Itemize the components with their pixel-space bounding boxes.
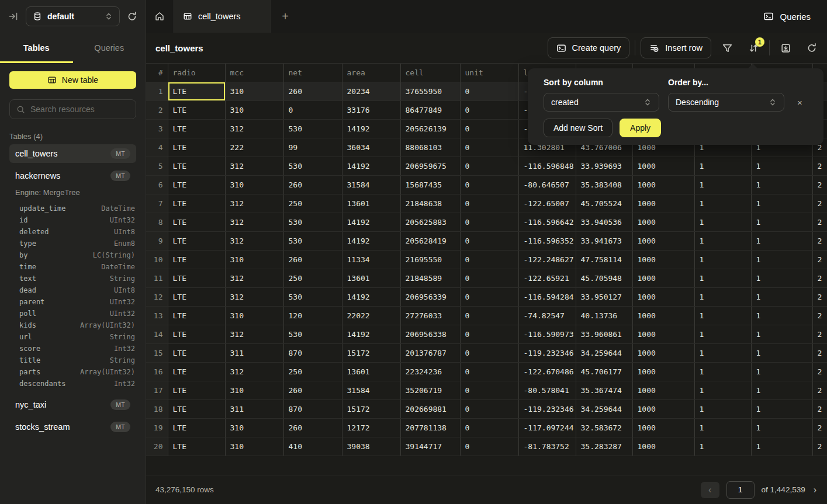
sidebar-item-hackernews[interactable]: hackernews MT	[9, 166, 136, 185]
grid-cell[interactable]: 1	[751, 269, 812, 287]
grid-cell[interactable]: 205625883	[400, 213, 460, 231]
grid-cell[interactable]: 14192	[342, 213, 400, 231]
search-input[interactable]	[30, 105, 129, 114]
grid-cell[interactable]: 2	[812, 306, 827, 325]
grid-cell[interactable]: 0	[460, 213, 518, 231]
grid-cell[interactable]: 312	[225, 194, 283, 213]
grid-cell[interactable]: 1	[751, 362, 812, 381]
grid-cell[interactable]: 312	[225, 325, 283, 343]
grid-cell[interactable]: 312	[225, 269, 283, 287]
sort-column-select[interactable]: created	[544, 93, 659, 112]
sort-order-select[interactable]: Descending	[668, 93, 784, 112]
new-table-button[interactable]: New table	[9, 71, 136, 89]
grid-cell[interactable]: 32.583672	[576, 418, 632, 437]
grid-cell[interactable]: 14192	[342, 287, 400, 306]
grid-cell[interactable]: 1	[694, 269, 751, 287]
grid-cell[interactable]: 15687435	[400, 175, 460, 194]
grid-cell[interactable]: 2	[812, 287, 827, 306]
grid-cell[interactable]: 33.941673	[576, 231, 632, 250]
grid-cell[interactable]: 0	[460, 194, 518, 213]
sidebar-tab-queries[interactable]: Queries	[73, 33, 146, 63]
grid-cell[interactable]: 530	[283, 231, 342, 250]
grid-cell[interactable]: LTE	[168, 119, 225, 138]
grid-cell[interactable]: -122.65007	[518, 194, 576, 213]
grid-cell[interactable]: 1000	[632, 213, 694, 231]
grid-cell[interactable]: 310	[225, 175, 283, 194]
grid-cell[interactable]: 13601	[342, 362, 400, 381]
grid-cell[interactable]: 312	[225, 362, 283, 381]
create-query-button[interactable]: Create query	[548, 37, 630, 58]
grid-cell[interactable]: 310	[225, 418, 283, 437]
grid-cell[interactable]: 1000	[632, 343, 694, 362]
grid-cell[interactable]: 40.13736	[576, 306, 632, 325]
queries-button[interactable]: Queries	[763, 11, 811, 22]
grid-cell[interactable]: 45.705524	[576, 194, 632, 213]
grid-cell[interactable]: 870	[283, 343, 342, 362]
grid-cell[interactable]: 0	[460, 231, 518, 250]
grid-cell[interactable]: 1	[694, 437, 751, 456]
grid-cell[interactable]: 205626139	[400, 119, 460, 138]
grid-cell[interactable]: -80.646507	[518, 175, 576, 194]
grid-cell[interactable]: 45.706177	[576, 362, 632, 381]
grid-cell[interactable]: 1	[694, 213, 751, 231]
grid-cell[interactable]: 207781138	[400, 418, 460, 437]
grid-cell[interactable]: -116.590973	[518, 325, 576, 343]
grid-cell[interactable]: 312	[225, 157, 283, 175]
grid-cell[interactable]: 1	[694, 175, 751, 194]
sort-button[interactable]: 1	[743, 37, 764, 58]
grid-cell[interactable]: 311	[225, 343, 283, 362]
apply-sort-button[interactable]: Apply	[620, 119, 661, 137]
grid-cell[interactable]: 14192	[342, 325, 400, 343]
grid-cell[interactable]: 1	[751, 437, 812, 456]
new-tab-button[interactable]: +	[271, 0, 300, 33]
grid-cell[interactable]: 1	[694, 157, 751, 175]
grid-cell[interactable]: 1000	[632, 269, 694, 287]
sidebar-item-nyc-taxi[interactable]: nyc_taxi MT	[9, 395, 136, 414]
grid-cell[interactable]: 33.939693	[576, 157, 632, 175]
grid-cell[interactable]: 120	[283, 306, 342, 325]
grid-cell[interactable]: 0	[460, 82, 518, 100]
grid-cell[interactable]: 1	[751, 306, 812, 325]
grid-cell[interactable]: 1	[694, 381, 751, 399]
grid-cell[interactable]: -119.232346	[518, 343, 576, 362]
grid-cell[interactable]: 2	[812, 250, 827, 269]
grid-cell[interactable]: 35.283287	[576, 437, 632, 456]
grid-cell[interactable]: LTE	[168, 343, 225, 362]
grid-cell[interactable]: 1000	[632, 437, 694, 456]
grid-cell[interactable]: 312	[225, 287, 283, 306]
grid-cell[interactable]: -74.82547	[518, 306, 576, 325]
grid-cell[interactable]: 1	[751, 157, 812, 175]
grid-cell[interactable]: 0	[460, 325, 518, 343]
grid-cell[interactable]: LTE	[168, 399, 225, 418]
grid-cell[interactable]: 14192	[342, 157, 400, 175]
grid-cell[interactable]: LTE	[168, 362, 225, 381]
sidebar-item-cell-towers[interactable]: cell_towers MT	[9, 144, 136, 163]
sidebar-item-stocks-stream[interactable]: stocks_stream MT	[9, 418, 136, 436]
grid-cell[interactable]: 260	[283, 418, 342, 437]
grid-cell[interactable]: -81.783752	[518, 437, 576, 456]
grid-cell[interactable]: 2	[812, 213, 827, 231]
grid-cell[interactable]: -116.596848	[518, 157, 576, 175]
sidebar-refresh-button[interactable]	[127, 11, 137, 22]
home-button[interactable]	[146, 0, 174, 33]
grid-cell[interactable]: 0	[460, 381, 518, 399]
grid-cell[interactable]: 35.367474	[576, 381, 632, 399]
grid-cell[interactable]: LTE	[168, 175, 225, 194]
grid-cell[interactable]: 410	[283, 437, 342, 456]
grid-cell[interactable]: 14192	[342, 119, 400, 138]
column-header[interactable]: unit	[460, 64, 518, 82]
grid-cell[interactable]: -119.232346	[518, 399, 576, 418]
grid-cell[interactable]: LTE	[168, 250, 225, 269]
grid-cell[interactable]: 2	[812, 381, 827, 399]
grid-cell[interactable]: -122.65921	[518, 269, 576, 287]
grid-cell[interactable]: 39144717	[400, 437, 460, 456]
grid-cell[interactable]: 312	[225, 119, 283, 138]
column-header[interactable]: radio	[168, 64, 225, 82]
grid-cell[interactable]: 13601	[342, 194, 400, 213]
grid-cell[interactable]: 1000	[632, 194, 694, 213]
grid-cell[interactable]: 2	[812, 418, 827, 437]
add-new-sort-button[interactable]: Add new Sort	[544, 119, 613, 137]
grid-cell[interactable]: 1	[751, 418, 812, 437]
grid-cell[interactable]: 0	[460, 269, 518, 287]
grid-cell[interactable]: 310	[225, 82, 283, 100]
